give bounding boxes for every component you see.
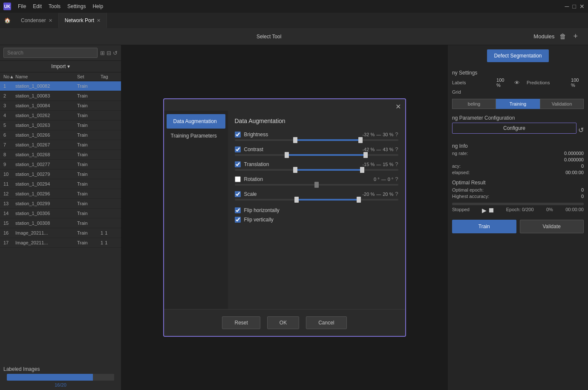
- elapsed-row: elapsed: 00:00:00: [452, 170, 584, 175]
- search-input[interactable]: [3, 48, 98, 58]
- dialog-content: Data Augmentation Brightness -32 % — 30 …: [228, 111, 405, 309]
- delete-icon[interactable]: 🗑: [558, 31, 568, 42]
- table-row[interactable]: 6 station_1_00266 Train: [0, 130, 121, 140]
- right-sidebar: Defect Segmentation ny Settings Labels 1…: [447, 45, 588, 390]
- reset-button[interactable]: Reset: [222, 316, 260, 329]
- rotation-help[interactable]: ?: [395, 176, 398, 182]
- table-row[interactable]: 12 station_1_00296 Train: [0, 189, 121, 199]
- table-row[interactable]: 16 Image_20211... Train 11: [0, 228, 121, 238]
- label-progress-bar: [7, 374, 114, 381]
- menu-help[interactable]: Help: [92, 3, 103, 9]
- search-icons: ⊞ ⊟ ↺: [100, 50, 118, 56]
- table-row[interactable]: 8 station_1_00268 Train: [0, 150, 121, 160]
- rotation-slider[interactable]: [235, 184, 398, 186]
- sidebar-item-training-parameters[interactable]: Training Parameters: [164, 129, 228, 143]
- table-row[interactable]: 9 station_1_00277 Train: [0, 160, 121, 169]
- translation-slider[interactable]: [235, 169, 398, 171]
- home-tab[interactable]: 🏠: [0, 17, 15, 23]
- table-row[interactable]: 10 station_1_00279 Train: [0, 169, 121, 179]
- grid-icon[interactable]: ⊟: [107, 50, 111, 56]
- translation-values: -15 % — 15 % ?: [362, 161, 398, 167]
- labels-row: Labels 100 % 👁 Predictions 100 %: [452, 77, 584, 88]
- tab-labeling[interactable]: beling: [452, 99, 496, 109]
- tab-network-port[interactable]: Network Port ✕: [59, 13, 107, 28]
- dialog-overlay: ✕ Data Augmentation Training Parameters …: [121, 45, 447, 390]
- scale-help[interactable]: ?: [395, 191, 398, 197]
- menu-bar: File Edit Tools Settings Help: [18, 3, 103, 9]
- translation-checkbox[interactable]: [235, 161, 241, 167]
- labeled-images-label: Labeled Images: [3, 366, 118, 372]
- table-row[interactable]: 3 station_1_00084 Train: [0, 101, 121, 111]
- param-config-label: ng Parameter Configuration: [452, 115, 584, 121]
- filter-icon[interactable]: ⊞: [100, 50, 105, 56]
- scale-checkbox[interactable]: [235, 191, 241, 197]
- table-row[interactable]: 7 station_1_00267 Train: [0, 140, 121, 150]
- col-header-no: No▲: [3, 74, 15, 79]
- table-row[interactable]: 13 station_1_00299 Train: [0, 199, 121, 209]
- table-row[interactable]: 17 Image_20211... Train 11: [0, 238, 121, 248]
- progress-area: Stopped ▶ Epoch: 0/200 0% 00:00:00: [452, 203, 584, 214]
- brightness-label: Brightness: [244, 132, 359, 138]
- stop-button[interactable]: [489, 208, 493, 212]
- tab-condenser[interactable]: Condenser ✕: [15, 13, 59, 28]
- translation-label: Translation: [244, 161, 359, 167]
- scale-slider[interactable]: [235, 199, 398, 201]
- brightness-help[interactable]: ?: [395, 131, 398, 138]
- table-row[interactable]: 4 station_1_00262 Train: [0, 111, 121, 120]
- maximize-btn[interactable]: □: [573, 3, 576, 10]
- tab-bar: 🏠 Condenser ✕ Network Port ✕: [0, 13, 588, 28]
- ok-button[interactable]: OK: [267, 316, 299, 329]
- tab-validation[interactable]: Validation: [540, 99, 584, 109]
- table-header: No▲ Name Set Tag: [0, 72, 121, 81]
- translation-help[interactable]: ?: [395, 161, 398, 167]
- menu-file[interactable]: File: [18, 3, 26, 9]
- eye-icon[interactable]: 👁: [514, 80, 520, 86]
- tab-network-port-close[interactable]: ✕: [97, 18, 101, 23]
- validate-button[interactable]: Validate: [520, 220, 584, 233]
- table-row[interactable]: 1 station_1_00082 Train: [0, 81, 121, 91]
- progress-pct: 0%: [546, 207, 553, 214]
- contrast-help[interactable]: ?: [395, 146, 398, 152]
- play-button[interactable]: ▶: [482, 207, 487, 214]
- tab-training[interactable]: Training: [496, 99, 540, 109]
- aug-item-translation: Translation -15 % — 15 % ?: [235, 161, 398, 171]
- train-button[interactable]: Train: [452, 220, 516, 233]
- sidebar-item-data-augmentation[interactable]: Data Augmentation: [167, 114, 225, 129]
- menu-tools[interactable]: Tools: [49, 3, 61, 9]
- import-button[interactable]: Import ▾: [0, 61, 121, 72]
- dialog-close-button[interactable]: ✕: [395, 103, 401, 111]
- table-row[interactable]: 2 station_1_00083 Train: [0, 91, 121, 101]
- table-row[interactable]: 14 station_1_00306 Train: [0, 209, 121, 218]
- flip-horizontal-label: Flip horizontally: [244, 207, 280, 213]
- flip-vertical-checkbox[interactable]: [235, 217, 241, 223]
- close-btn[interactable]: ✕: [579, 3, 585, 10]
- defect-segmentation-button[interactable]: Defect Segmentation: [487, 49, 548, 62]
- add-icon[interactable]: +: [571, 30, 579, 43]
- contrast-checkbox[interactable]: [235, 146, 241, 152]
- refresh-icon[interactable]: ↺: [113, 50, 118, 56]
- tab-group: beling Training Validation: [452, 99, 584, 109]
- brightness-checkbox[interactable]: [235, 132, 241, 138]
- table-row[interactable]: 5 station_1_00263 Train: [0, 120, 121, 130]
- center-panel: ✕ Data Augmentation Training Parameters …: [121, 45, 447, 390]
- progress-row: Stopped ▶ Epoch: 0/200 0% 00:00:00: [452, 207, 584, 214]
- history-icon[interactable]: ↺: [578, 126, 584, 134]
- dialog-footer: Reset OK Cancel: [164, 309, 405, 336]
- brightness-values: -32 % — 30 % ?: [362, 131, 398, 138]
- minimize-btn[interactable]: ─: [565, 3, 569, 10]
- contrast-slider[interactable]: [235, 154, 398, 156]
- rotation-checkbox[interactable]: [235, 176, 241, 182]
- configure-button[interactable]: Configure: [452, 123, 576, 134]
- cancel-button[interactable]: Cancel: [306, 316, 346, 329]
- menu-settings[interactable]: Settings: [67, 3, 86, 9]
- label-progress-fill: [7, 374, 93, 381]
- brightness-slider[interactable]: [235, 139, 398, 141]
- menu-edit[interactable]: Edit: [33, 3, 42, 9]
- left-panel: ⊞ ⊟ ↺ Import ▾ No▲ Name Set Tag 1 statio…: [0, 45, 121, 390]
- learning-rate-row: ng rate: 0.000000: [452, 151, 584, 156]
- flip-horizontal-checkbox[interactable]: [235, 207, 241, 213]
- label-count: 16/20: [3, 382, 118, 387]
- table-row[interactable]: 15 station_1_00308 Train: [0, 218, 121, 228]
- table-row[interactable]: 11 station_1_00294 Train: [0, 179, 121, 189]
- tab-condenser-close[interactable]: ✕: [49, 18, 52, 23]
